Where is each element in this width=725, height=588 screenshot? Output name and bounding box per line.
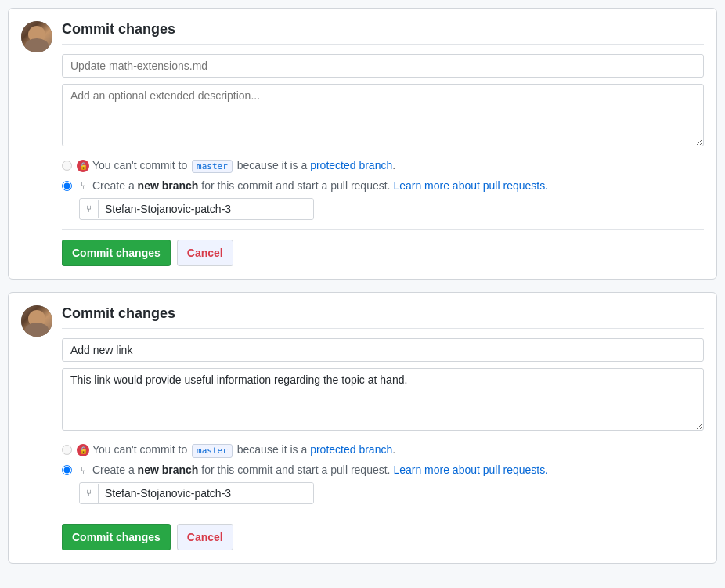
- commit-form-1: Commit changes 🔒 You can't commit to mas…: [62, 21, 704, 266]
- avatar-2: [21, 305, 52, 337]
- radio-row-new-branch-2: ⑂ Create a new branch for this commit an…: [62, 463, 704, 478]
- branch-prefix-icon-1: ⑂: [80, 200, 99, 218]
- action-buttons-2: Commit changes Cancel: [62, 514, 704, 550]
- radio-new-branch-text-1: Create a new branch for this commit and …: [92, 179, 548, 194]
- commit-message-input-2[interactable]: [62, 338, 704, 362]
- commit-description-textarea-2[interactable]: This link would provide useful informati…: [62, 368, 704, 431]
- radio-cant-commit-text-1: You can't commit to master because it is…: [92, 158, 395, 174]
- master-badge-1: master: [192, 160, 233, 173]
- shield-icon-2: 🔒: [77, 444, 89, 456]
- commit-button-1[interactable]: Commit changes: [62, 240, 171, 266]
- commit-form-2: Commit changes This link would provide u…: [62, 305, 704, 550]
- protected-branch-link-1[interactable]: protected branch: [310, 159, 392, 171]
- commit-block-1: Commit changes 🔒 You can't commit to mas…: [8, 8, 717, 280]
- radio-new-branch-text-2: Create a new branch for this commit and …: [92, 463, 548, 478]
- branch-prefix-icon-2: ⑂: [80, 484, 99, 503]
- shield-icon-1: 🔒: [77, 160, 89, 172]
- radio-row-cant-commit-2: 🔒 You can't commit to master because it …: [62, 442, 704, 458]
- commit-title-2: Commit changes: [62, 305, 704, 329]
- radio-row-cant-commit-1: 🔒 You can't commit to master because it …: [62, 158, 704, 174]
- radio-new-branch-2[interactable]: [62, 465, 72, 475]
- avatar-1: [21, 21, 52, 52]
- radio-group-1: 🔒 You can't commit to master because it …: [62, 158, 704, 220]
- commit-description-textarea-1[interactable]: [62, 84, 704, 146]
- learn-more-link-1[interactable]: Learn more about pull requests.: [393, 179, 548, 192]
- commit-button-2[interactable]: Commit changes: [62, 524, 171, 550]
- learn-more-link-2[interactable]: Learn more about pull requests.: [393, 464, 548, 476]
- commit-title-1: Commit changes: [62, 21, 704, 45]
- radio-new-branch-1[interactable]: [62, 181, 72, 191]
- radio-cant-commit-2[interactable]: [62, 445, 72, 455]
- commit-block-2: Commit changes This link would provide u…: [8, 292, 717, 564]
- cancel-button-2[interactable]: Cancel: [177, 524, 233, 550]
- protected-branch-link-2[interactable]: protected branch: [310, 443, 392, 456]
- branch-icon-1: ⑂: [77, 179, 89, 192]
- radio-row-new-branch-1: ⑂ Create a new branch for this commit an…: [62, 179, 704, 194]
- radio-cant-commit-1[interactable]: [62, 161, 72, 171]
- branch-name-row-1: ⑂: [79, 198, 704, 220]
- cancel-button-1[interactable]: Cancel: [177, 240, 233, 266]
- branch-name-input-1[interactable]: [99, 199, 313, 219]
- branch-input-wrapper-1: ⑂: [79, 198, 314, 220]
- radio-group-2: 🔒 You can't commit to master because it …: [62, 442, 704, 504]
- branch-icon-2: ⑂: [77, 464, 89, 477]
- branch-name-input-2[interactable]: [99, 483, 313, 503]
- master-badge-2: master: [192, 444, 233, 457]
- commit-message-input-1[interactable]: [62, 54, 704, 78]
- branch-name-row-2: ⑂: [79, 482, 704, 504]
- action-buttons-1: Commit changes Cancel: [62, 229, 704, 266]
- radio-cant-commit-text-2: You can't commit to master because it is…: [92, 442, 395, 458]
- branch-input-wrapper-2: ⑂: [79, 482, 314, 504]
